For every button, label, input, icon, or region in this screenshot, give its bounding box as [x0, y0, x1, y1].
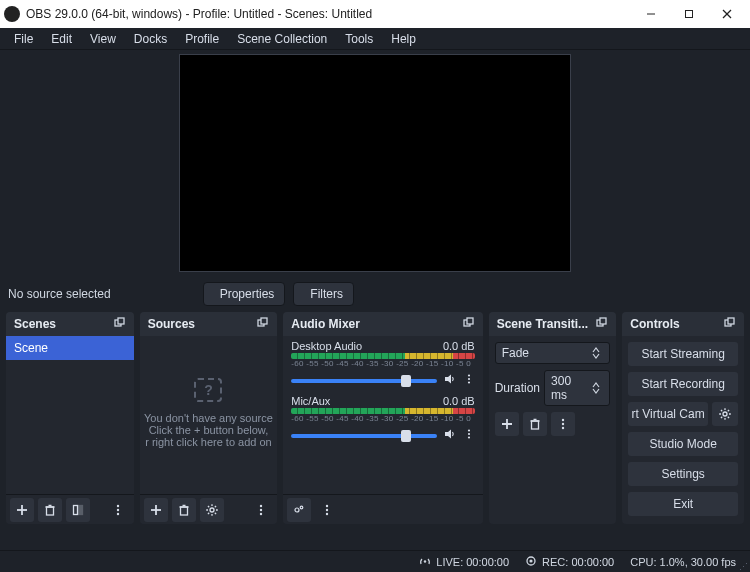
svg-point-67	[561, 423, 563, 425]
menu-help[interactable]: Help	[383, 30, 424, 48]
svg-line-76	[721, 410, 722, 411]
volume-slider[interactable]	[291, 379, 436, 383]
duration-label: Duration	[495, 381, 540, 395]
resize-grip[interactable]: ⋰	[739, 564, 748, 570]
popout-icon[interactable]	[596, 317, 608, 332]
transition-value: Fade	[502, 346, 587, 360]
mixer-advanced-button[interactable]	[287, 498, 311, 522]
status-rec: REC: 00:00:00	[525, 555, 614, 569]
svg-line-40	[214, 512, 215, 513]
mixer-track-mic: Mic/Aux 0.0 dB -60 -55 -50 -45 -40 -35 -…	[283, 391, 482, 446]
sources-title: Sources	[148, 317, 195, 331]
svg-point-58	[326, 512, 328, 514]
svg-line-41	[214, 505, 215, 506]
speaker-icon[interactable]	[443, 372, 457, 389]
duration-value: 300 ms	[551, 374, 586, 402]
add-source-button[interactable]	[144, 498, 168, 522]
record-icon	[525, 555, 537, 569]
duration-input[interactable]: 300 ms	[544, 370, 610, 406]
svg-point-57	[326, 508, 328, 510]
track-menu-button[interactable]	[463, 428, 475, 443]
sources-empty-line3: r right click here to add on	[144, 436, 274, 448]
volume-slider[interactable]	[291, 434, 436, 438]
svg-rect-22	[74, 505, 78, 514]
sources-empty-line2: Click the + button below,	[144, 424, 274, 436]
track-db: 0.0 dB	[443, 340, 475, 352]
add-transition-button[interactable]	[495, 412, 519, 436]
preview-area	[0, 50, 750, 276]
svg-point-68	[561, 427, 563, 429]
sources-empty: ? You don't have any source Click the + …	[140, 348, 278, 458]
properties-label: Properties	[220, 287, 275, 301]
add-scene-button[interactable]	[10, 498, 34, 522]
start-recording-button[interactable]: Start Recording	[628, 372, 738, 396]
exit-button[interactable]: Exit	[628, 492, 738, 516]
virtual-cam-settings-button[interactable]	[712, 402, 738, 426]
properties-button[interactable]: Properties	[203, 282, 286, 306]
speaker-icon[interactable]	[443, 427, 457, 444]
scene-filters-button[interactable]	[66, 498, 90, 522]
window-title: OBS 29.0.0 (64-bit, windows) - Profile: …	[26, 7, 372, 21]
scenes-panel: Scenes Scene	[6, 312, 134, 524]
maximize-button[interactable]	[670, 0, 708, 28]
remove-scene-button[interactable]	[38, 498, 62, 522]
remove-transition-button[interactable]	[523, 412, 547, 436]
scene-item[interactable]: Scene	[6, 336, 134, 360]
menu-tools[interactable]: Tools	[337, 30, 381, 48]
svg-point-52	[468, 433, 470, 435]
popout-icon[interactable]	[724, 317, 736, 332]
filters-button[interactable]: Filters	[293, 282, 354, 306]
svg-rect-63	[531, 421, 538, 429]
svg-rect-23	[79, 505, 83, 514]
start-streaming-button[interactable]: Start Streaming	[628, 342, 738, 366]
transition-select[interactable]: Fade	[495, 342, 611, 364]
question-icon: ?	[194, 378, 222, 402]
menu-profile[interactable]: Profile	[177, 30, 227, 48]
track-name: Mic/Aux	[291, 395, 443, 407]
source-menu-button[interactable]	[249, 498, 273, 522]
controls-title: Controls	[630, 317, 679, 331]
svg-rect-1	[686, 11, 693, 18]
transition-menu-button[interactable]	[551, 412, 575, 436]
sources-panel: Sources ? You don't have any source Clic…	[140, 312, 278, 524]
menu-docks[interactable]: Docks	[126, 30, 175, 48]
popout-icon[interactable]	[257, 317, 269, 332]
svg-point-55	[300, 506, 303, 509]
studio-mode-button[interactable]: Studio Mode	[628, 432, 738, 456]
close-button[interactable]	[708, 0, 746, 28]
svg-line-39	[208, 505, 209, 506]
svg-point-26	[116, 512, 118, 514]
controls-panel: Controls Start Streaming Start Recording…	[622, 312, 744, 524]
menu-scene-collection[interactable]: Scene Collection	[229, 30, 335, 48]
cpu-text: CPU: 1.0%, 30.00 fps	[630, 556, 736, 568]
menu-file[interactable]: File	[6, 30, 41, 48]
source-properties-button[interactable]	[200, 498, 224, 522]
db-scale: -60 -55 -50 -45 -40 -35 -30 -25 -20 -15 …	[291, 359, 474, 368]
mixer-menu-button[interactable]	[315, 498, 339, 522]
svg-line-42	[208, 512, 209, 513]
virtual-cam-button[interactable]: rt Virtual Cam	[628, 402, 708, 426]
minimize-button[interactable]	[632, 0, 670, 28]
popout-icon[interactable]	[463, 317, 475, 332]
popout-icon[interactable]	[114, 317, 126, 332]
svg-point-71	[723, 412, 727, 416]
broadcast-icon	[419, 555, 431, 569]
svg-point-44	[260, 508, 262, 510]
svg-point-45	[260, 512, 262, 514]
track-menu-button[interactable]	[463, 373, 475, 388]
preview-canvas[interactable]	[179, 54, 571, 272]
menu-view[interactable]: View	[82, 30, 124, 48]
menu-edit[interactable]: Edit	[43, 30, 80, 48]
no-source-label: No source selected	[8, 287, 180, 301]
svg-point-53	[468, 436, 470, 438]
rec-text: REC: 00:00:00	[542, 556, 614, 568]
updown-icon	[589, 382, 603, 394]
remove-source-button[interactable]	[172, 498, 196, 522]
transitions-panel: Scene Transiti... Fade Duration 300 ms	[489, 312, 617, 524]
svg-point-43	[260, 504, 262, 506]
svg-point-82	[529, 559, 532, 562]
titlebar: OBS 29.0.0 (64-bit, windows) - Profile: …	[0, 0, 750, 28]
svg-point-80	[424, 560, 426, 562]
settings-button[interactable]: Settings	[628, 462, 738, 486]
scene-menu-button[interactable]	[106, 498, 130, 522]
